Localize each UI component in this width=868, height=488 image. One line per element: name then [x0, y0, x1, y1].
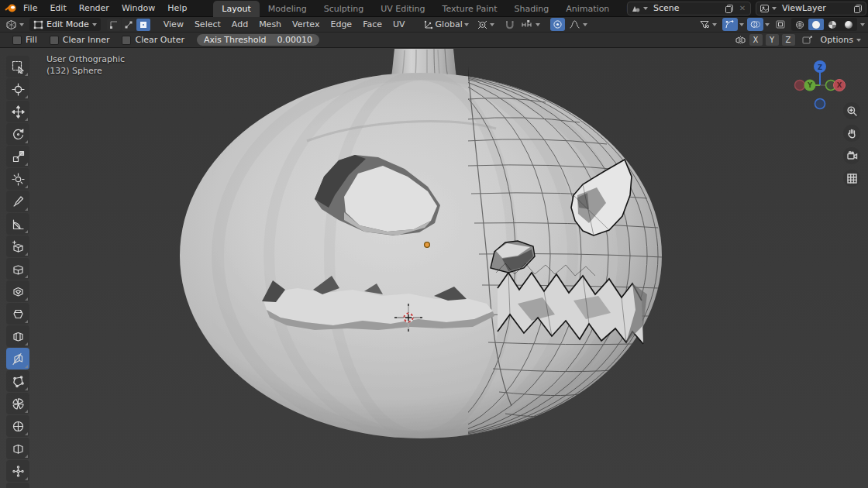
menu-mesh[interactable]: Mesh	[253, 17, 287, 33]
tab-texture-paint[interactable]: Texture Paint	[434, 1, 506, 17]
tab-sculpting[interactable]: Sculpting	[315, 1, 372, 17]
show-gizmos-toggle[interactable]	[722, 18, 738, 31]
chevron-down-icon	[772, 7, 777, 10]
vertex-select-button[interactable]	[107, 19, 121, 31]
3d-viewport[interactable]: User Orthographic (132) Sphere	[0, 48, 868, 488]
menu-file[interactable]: File	[17, 0, 43, 17]
shading-solid-button[interactable]	[808, 19, 824, 30]
grid-icon	[846, 173, 858, 184]
new-viewlayer-icon[interactable]	[852, 3, 863, 14]
tool-smooth[interactable]	[6, 415, 29, 437]
proportional-editing-toggle[interactable]	[550, 18, 565, 31]
tool-edge-slide[interactable]	[6, 438, 29, 459]
gizmo-minus-z[interactable]	[815, 99, 825, 109]
tab-rendering[interactable]: Rendering	[618, 1, 627, 17]
tab-shading[interactable]: Shading	[506, 1, 558, 17]
menu-window[interactable]: Window	[115, 0, 161, 17]
pan-button[interactable]	[843, 125, 860, 142]
chevron-down-icon[interactable]	[765, 23, 770, 26]
clear-inner-checkbox-group[interactable]: Clear Inner	[50, 35, 110, 45]
mirror-z-button[interactable]: Z	[782, 34, 795, 46]
edge-select-button[interactable]	[122, 19, 136, 31]
editor-type-button[interactable]	[3, 18, 26, 31]
menu-face[interactable]: Face	[357, 17, 388, 33]
tool-annotate[interactable]	[6, 191, 29, 212]
shading-rendered-button[interactable]	[841, 19, 856, 30]
tool-select-box[interactable]	[6, 56, 29, 77]
face-select-button[interactable]	[136, 19, 150, 31]
object-origin[interactable]	[425, 242, 430, 248]
show-overlays-toggle[interactable]	[747, 18, 763, 31]
gizmo-minus-x[interactable]	[795, 81, 805, 91]
tab-modeling[interactable]: Modeling	[260, 1, 315, 17]
menu-vertex[interactable]: Vertex	[287, 17, 325, 33]
axis-threshold-value: 0.00010	[277, 35, 312, 45]
options-dropdown[interactable]: Options	[817, 35, 865, 45]
chevron-down-icon[interactable]	[739, 23, 744, 26]
menu-add[interactable]: Add	[226, 17, 253, 33]
viewport-header: Edit Mode View Select Add Mesh Vertex Ed…	[0, 17, 868, 33]
proportional-falloff-button[interactable]	[567, 18, 590, 31]
tool-inset-faces[interactable]	[6, 280, 29, 302]
blender-window: File Edit Render Window Help Layout Mode…	[0, 0, 868, 488]
pivot-point-icon	[477, 19, 488, 30]
tool-move[interactable]	[6, 101, 29, 122]
tab-uv-editing[interactable]: UV Editing	[372, 1, 433, 17]
pivot-point-button[interactable]	[477, 19, 494, 30]
mirror-x-button[interactable]: X	[749, 34, 763, 46]
viewport-canvas[interactable]	[0, 48, 868, 488]
tool-cursor[interactable]	[6, 78, 29, 100]
tool-poly-build[interactable]	[6, 370, 29, 392]
material-sphere-icon	[828, 21, 836, 29]
tool-settings-bar: Fill Clear Inner Clear Outer Axis Thresh…	[0, 33, 868, 48]
snap-target-button[interactable]	[518, 18, 542, 31]
object-visibility-button[interactable]	[697, 18, 719, 31]
tool-bevel[interactable]	[6, 303, 29, 325]
clear-outer-checkbox-group[interactable]: Clear Outer	[122, 35, 184, 45]
unlink-scene-icon[interactable]: ✕	[737, 3, 748, 14]
snap-toggle-button[interactable]	[502, 18, 517, 31]
scene-selector[interactable]: Scene ✕	[627, 2, 751, 15]
menu-view[interactable]: View	[158, 17, 189, 33]
tool-extrude-region[interactable]	[6, 258, 29, 280]
shading-material-button[interactable]	[825, 19, 840, 30]
tool-transform[interactable]	[6, 168, 29, 190]
menu-uv[interactable]: UV	[388, 17, 411, 33]
new-scene-icon[interactable]	[724, 3, 735, 14]
menu-select[interactable]: Select	[189, 17, 226, 33]
viewlayer-selector[interactable]: ViewLayer	[756, 2, 866, 15]
tool-scale[interactable]	[6, 146, 29, 167]
tool-add-cube[interactable]	[6, 235, 29, 257]
mirror-y-button[interactable]: Y	[766, 34, 779, 46]
clear-inner-checkbox[interactable]	[50, 36, 59, 45]
blender-logo-icon[interactable]	[5, 2, 17, 15]
toggle-xray-button[interactable]	[773, 18, 788, 31]
tool-spin[interactable]	[6, 393, 29, 414]
zoom-button[interactable]	[843, 102, 860, 119]
menu-help[interactable]: Help	[161, 0, 193, 17]
fill-checkbox[interactable]	[12, 36, 22, 45]
tab-animation[interactable]: Animation	[557, 1, 618, 17]
axis-threshold-slider[interactable]: Axis Threshold 0.00010	[197, 34, 319, 46]
menu-render[interactable]: Render	[73, 0, 115, 17]
topbar: File Edit Render Window Help Layout Mode…	[0, 0, 868, 17]
tool-rotate[interactable]	[6, 123, 29, 145]
tool-bisect[interactable]	[6, 348, 29, 369]
orthographic-toggle-button[interactable]	[843, 170, 860, 187]
clear-outer-checkbox[interactable]	[122, 36, 131, 45]
shading-wireframe-button[interactable]	[792, 19, 808, 30]
menu-edit[interactable]: Edit	[43, 0, 72, 17]
tool-loop-cut[interactable]	[6, 325, 29, 347]
tool-shear[interactable]	[6, 483, 29, 488]
menu-edge[interactable]: Edge	[325, 17, 357, 33]
correct-face-attributes-icon[interactable]	[801, 35, 814, 46]
tool-vertex-slide[interactable]	[6, 460, 29, 482]
tab-layout[interactable]: Layout	[213, 1, 259, 17]
tool-measure[interactable]	[6, 213, 29, 235]
camera-view-button[interactable]	[843, 147, 860, 164]
shading-dropdown-chevron[interactable]	[860, 23, 865, 26]
transform-orientation[interactable]: Global	[423, 19, 469, 29]
mode-dropdown[interactable]: Edit Mode	[29, 18, 101, 31]
fill-checkbox-group[interactable]: Fill	[12, 35, 37, 45]
chevron-down-icon	[856, 39, 861, 42]
